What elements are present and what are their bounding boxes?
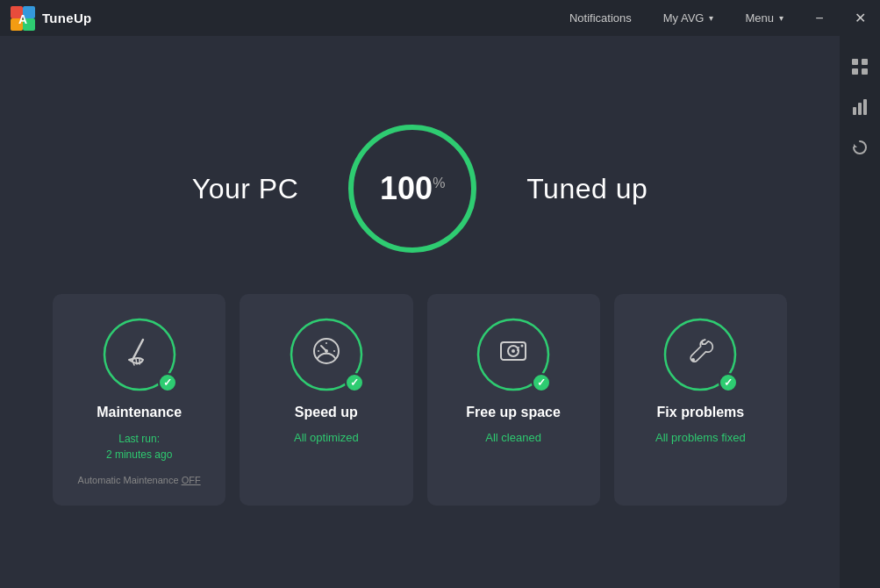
card-speed-up[interactable]: ✓ Speed up All optimized — [240, 294, 412, 506]
maintenance-icon-wrap: ✓ — [100, 315, 179, 394]
svg-rect-10 — [858, 103, 862, 115]
title-bar-left: A TuneUp — [11, 6, 92, 31]
svg-rect-7 — [852, 68, 858, 75]
svg-rect-11 — [863, 99, 867, 115]
svg-rect-8 — [862, 68, 868, 75]
cards-section: ✓ Maintenance Last run: 2 minutes ago Au… — [53, 294, 787, 506]
sidebar-chart-icon[interactable] — [843, 90, 876, 124]
space-subtitle: All cleaned — [485, 431, 541, 444]
hero-text-right: Tuned up — [526, 173, 647, 205]
speed-icon-wrap: ✓ — [287, 315, 366, 394]
svg-line-17 — [132, 340, 143, 360]
title-bar: A TuneUp Notifications My AVG ▾ Menu ▾ −… — [0, 0, 880, 36]
svg-point-39 — [691, 358, 695, 362]
svg-point-34 — [521, 345, 524, 348]
speed-check: ✓ — [345, 373, 364, 392]
sidebar-refresh-icon[interactable] — [843, 131, 876, 164]
hero-text-left: Your PC — [192, 173, 299, 205]
my-avg-chevron: ▾ — [709, 13, 713, 23]
circle-inner: 100% — [380, 173, 445, 204]
main-content: Your PC 100% Tuned up — [0, 36, 840, 588]
nav-my-avg[interactable]: My AVG ▾ — [647, 0, 730, 36]
svg-rect-9 — [853, 107, 856, 115]
card-free-space[interactable]: ✓ Free up space All cleaned — [427, 294, 600, 506]
space-icon-wrap: ✓ — [474, 315, 553, 394]
sidebar-grid-icon[interactable] — [843, 50, 876, 83]
percent-sign: % — [433, 176, 445, 190]
svg-rect-6 — [862, 59, 868, 65]
svg-rect-5 — [852, 59, 858, 65]
maintenance-subtitle: Last run: 2 minutes ago — [106, 431, 172, 463]
maintenance-icon — [124, 335, 155, 374]
sidebar-right — [840, 36, 880, 588]
app-title: TuneUp — [42, 11, 92, 25]
menu-chevron: ▾ — [779, 13, 783, 23]
svg-line-18 — [132, 361, 134, 365]
title-bar-nav: Notifications My AVG ▾ Menu ▾ − ✕ — [554, 0, 880, 36]
card-maintenance[interactable]: ✓ Maintenance Last run: 2 minutes ago Au… — [53, 294, 225, 506]
progress-circle: 100% — [342, 118, 483, 259]
space-title: Free up space — [466, 405, 561, 420]
fix-icon-wrap: ✓ — [661, 315, 740, 394]
automatic-maintenance-off[interactable]: OFF — [182, 475, 201, 485]
card-fix-problems[interactable]: ✓ Fix problems All problems fixed — [614, 294, 787, 506]
maintenance-extra: Automatic Maintenance OFF — [78, 473, 201, 488]
svg-point-25 — [325, 349, 328, 353]
fix-subtitle: All problems fixed — [655, 431, 746, 444]
close-button[interactable]: ✕ — [840, 0, 880, 36]
nav-notifications[interactable]: Notifications — [554, 0, 647, 36]
speed-subtitle: All optimized — [294, 431, 359, 444]
svg-marker-12 — [854, 144, 857, 147]
svg-text:A: A — [18, 12, 27, 26]
maintenance-title: Maintenance — [97, 405, 182, 420]
maintenance-check: ✓ — [158, 373, 177, 392]
space-icon — [497, 335, 529, 374]
speed-icon — [311, 335, 342, 374]
window-controls: − ✕ — [799, 0, 880, 36]
fix-title: Fix problems — [657, 405, 745, 420]
hero-section: Your PC 100% Tuned up — [192, 118, 648, 259]
svg-point-33 — [512, 349, 515, 353]
fix-icon — [684, 335, 716, 374]
speed-title: Speed up — [295, 405, 358, 420]
circle-percent: 100% — [380, 170, 445, 206]
svg-line-19 — [136, 359, 137, 364]
app-logo: A — [11, 6, 35, 31]
nav-menu[interactable]: Menu ▾ — [729, 0, 799, 36]
minimize-button[interactable]: − — [799, 0, 840, 36]
